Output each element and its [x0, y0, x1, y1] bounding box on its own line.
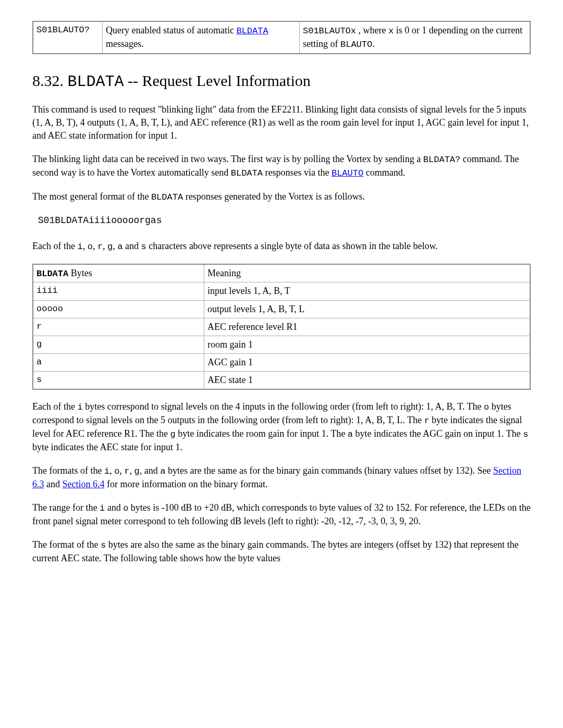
text: responses generated by the Vortex is as …: [183, 191, 365, 202]
paragraph: Each of the i, o, r, g, a and s characte…: [32, 240, 531, 253]
text: and: [44, 479, 63, 489]
paragraph: The blinking light data can be received …: [32, 153, 531, 180]
response-cell: S01BLAUTOx , where x is 0 or 1 depending…: [300, 21, 531, 54]
bytes-cell: iiii: [33, 282, 204, 300]
text: ,: [119, 465, 124, 476]
bytes-cell: ooooo: [33, 300, 204, 318]
paragraph: The most general format of the BLDATA re…: [32, 190, 531, 204]
text: bytes correspond to signal levels on the…: [83, 401, 484, 412]
inline-code: r: [124, 466, 129, 476]
inline-code: a: [117, 242, 123, 252]
text: ,: [113, 241, 117, 251]
heading-code: BLDATA: [68, 73, 124, 91]
cmd-cell: S01BLAUTO?: [33, 21, 103, 54]
paragraph: The formats of the i, o, r, g, and a byt…: [32, 464, 531, 491]
text: and: [105, 502, 123, 513]
inline-code: s: [523, 429, 528, 439]
text: byte indicates the AEC state for input 1…: [32, 442, 182, 452]
section-heading: 8.32. BLDATA -- Request Level Informatio…: [32, 70, 531, 93]
blauto-link[interactable]: BLAUTO: [332, 168, 363, 178]
text: for more information on the binary forma…: [105, 479, 268, 489]
heading-number: 8.32.: [32, 72, 68, 89]
text: Bytes: [68, 268, 92, 278]
meaning-cell: output levels 1, A, B, T, L: [204, 300, 531, 318]
text: responses via the: [263, 167, 332, 178]
table-row: sAEC state 1: [33, 372, 530, 390]
inline-code: o: [123, 503, 128, 513]
meaning-cell: room gain 1: [204, 336, 531, 353]
text: The most general format of the: [32, 191, 151, 202]
bytes-cell: r: [33, 318, 204, 336]
header-meaning: Meaning: [204, 264, 531, 282]
paragraph: The range for the i and o bytes is -100 …: [32, 501, 531, 528]
text: Query enabled status of automatic: [106, 25, 236, 35]
inline-code: o: [484, 402, 489, 412]
bytes-cell: a: [33, 354, 204, 372]
text: S01BLAUTOx: [303, 26, 356, 36]
top-command-table: S01BLAUTO? Query enabled status of autom…: [32, 21, 531, 54]
inline-code: s: [141, 242, 146, 252]
table-header-row: BLDATA Bytes Meaning: [33, 264, 530, 282]
bldata-link[interactable]: BLDATA: [236, 26, 268, 36]
paragraph: Each of the i bytes correspond to signal…: [32, 400, 531, 454]
text: The range for the: [32, 502, 100, 513]
table-row: ooooooutput levels 1, A, B, T, L: [33, 300, 530, 318]
inline-code: i: [100, 503, 105, 513]
paragraph: This command is used to request "blinkin…: [32, 103, 531, 143]
inline-code: r: [97, 242, 103, 252]
text: , and: [140, 465, 161, 476]
text: bytes are the same as for the binary gai…: [165, 465, 493, 476]
meaning-cell: AEC state 1: [204, 372, 531, 390]
inline-code: i: [77, 402, 82, 412]
meaning-cell: AGC gain 1: [204, 354, 531, 372]
text: ,: [93, 241, 97, 251]
text: x: [388, 26, 394, 36]
bytes-table: BLDATA Bytes Meaning iiiiinput levels 1,…: [32, 264, 531, 390]
text: characters above represents a single byt…: [146, 241, 438, 251]
text: and: [123, 241, 141, 251]
heading-text: -- Request Level Information: [124, 72, 311, 89]
inline-code: BLDATA: [231, 168, 263, 178]
inline-code: g: [170, 429, 176, 439]
inline-code: s: [101, 540, 106, 550]
text: , where: [356, 25, 388, 35]
text: ,: [83, 241, 88, 251]
text: messages.: [106, 39, 143, 49]
text: byte indicates the AGC gain on input 1. …: [353, 428, 523, 439]
header-bytes: BLDATA Bytes: [33, 264, 204, 282]
table-row: rAEC reference level R1: [33, 318, 530, 336]
inline-code: a: [348, 429, 353, 439]
inline-code: BLDATA: [151, 192, 183, 202]
meaning-cell: AEC reference level R1: [204, 318, 531, 336]
section-6-4-link[interactable]: Section 6.4: [63, 479, 105, 489]
text: ,: [109, 465, 114, 476]
text: ,: [130, 465, 134, 476]
inline-code: g: [134, 466, 140, 476]
inline-code: a: [160, 466, 165, 476]
table-row: aAGC gain 1: [33, 354, 530, 372]
text: .: [372, 39, 375, 49]
table-row: groom gain 1: [33, 336, 530, 353]
meaning-cell: input levels 1, A, B, T: [204, 282, 531, 300]
inline-code: g: [107, 242, 113, 252]
text: BLDATA: [36, 269, 68, 279]
text: byte indicates the room gain for input 1…: [176, 428, 348, 439]
code-block: S01BLDATAiiiiooooorgas: [32, 214, 531, 227]
table-row: S01BLAUTO? Query enabled status of autom…: [33, 21, 530, 54]
inline-code: i: [77, 242, 82, 252]
text: The blinking light data can be received …: [32, 154, 423, 164]
inline-code: r: [424, 416, 429, 426]
text: Each of the: [32, 401, 77, 412]
text: The formats of the: [32, 465, 104, 476]
text: BLAUTO: [340, 40, 372, 50]
text: The format of the: [32, 539, 101, 550]
bytes-cell: s: [33, 372, 204, 390]
inline-code: o: [114, 466, 119, 476]
inline-code: BLDATA?: [423, 155, 460, 165]
inline-code: o: [88, 242, 93, 252]
table-row: iiiiinput levels 1, A, B, T: [33, 282, 530, 300]
text: Each of the: [32, 241, 77, 251]
text: ,: [103, 241, 107, 251]
bytes-cell: g: [33, 336, 204, 353]
text: command.: [363, 167, 405, 178]
